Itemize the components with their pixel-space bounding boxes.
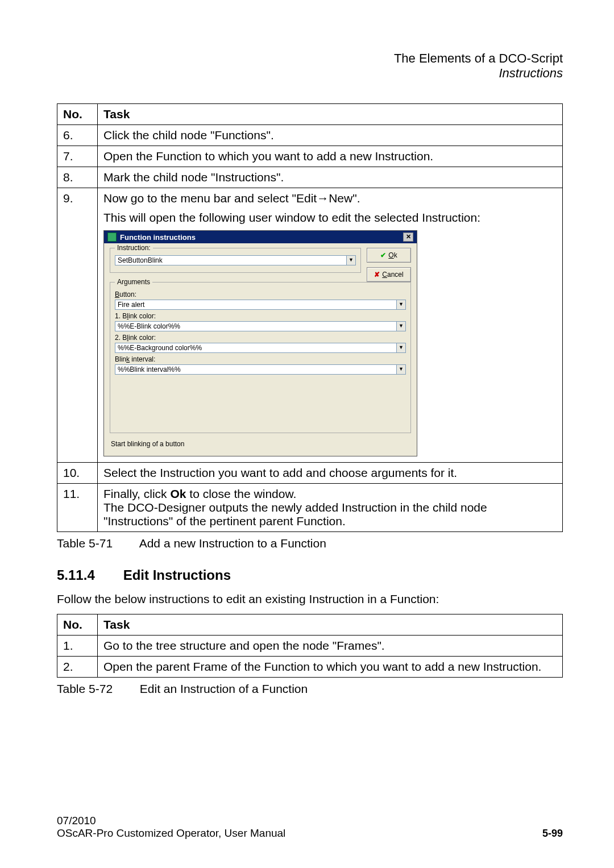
table-row: 7. Open the Function to which you want t…: [57, 146, 563, 167]
text: interval:: [130, 355, 155, 363]
dropdown-button[interactable]: ▼: [347, 255, 356, 265]
arrow-icon: →: [317, 192, 329, 205]
col-no-header: No.: [57, 614, 98, 636]
instruction-group-legend: Instruction:: [115, 244, 153, 252]
step9-line1: Now go to the menu bar and select "Edit→…: [103, 192, 557, 205]
table-row: 9. Now go to the menu bar and select "Ed…: [57, 188, 563, 463]
dialog-titlebar: Function instructions ✕: [104, 231, 417, 243]
row-no: 11.: [57, 484, 98, 532]
arguments-group: Arguments Button: ▼ 1. Blink color: ▼: [110, 282, 411, 433]
row-no: 7.: [57, 146, 98, 167]
row-task: Mark the child node "Instructions".: [98, 167, 563, 188]
row-no: 9.: [57, 188, 98, 463]
table-caption-1: Table 5-71 Add a new Instruction to a Fu…: [57, 537, 563, 550]
instruction-combo[interactable]: ▼: [115, 255, 356, 265]
text: New".: [329, 192, 360, 205]
row-no: 10.: [57, 463, 98, 484]
row-no: 8.: [57, 167, 98, 188]
text: Ok: [170, 487, 186, 500]
row-no: 1.: [57, 636, 98, 657]
table-caption-2: Table 5-72 Edit an Instruction of a Func…: [57, 682, 563, 696]
close-button[interactable]: ✕: [403, 232, 413, 242]
dialog-body: Instruction: ▼ ✔ Ok: [104, 243, 417, 456]
section-intro: Follow the below instructions to edit an…: [57, 592, 563, 606]
header-title: The Elements of a DCO-Script: [57, 51, 563, 66]
blink-color-2-combo[interactable]: ▼: [115, 343, 406, 353]
section-title: Edit Instructions: [123, 567, 231, 583]
blink-color-2-input[interactable]: [115, 343, 397, 353]
text: k: [394, 251, 397, 259]
row-task: Now go to the menu bar and select "Edit→…: [98, 188, 563, 463]
text: Finally, click: [103, 487, 170, 500]
table-row: 8. Mark the child node "Instructions".: [57, 167, 563, 188]
blink-color-1-combo[interactable]: ▼: [115, 321, 406, 331]
app-icon: [107, 232, 117, 242]
blink-interval-input[interactable]: [115, 364, 397, 375]
table-header-row: No. Task: [57, 614, 563, 636]
table-row: 6. Click the child node "Functions".: [57, 125, 563, 146]
text: Blin: [115, 355, 126, 363]
text: ancel: [387, 271, 404, 279]
row-task: Click the child node "Functions".: [98, 125, 563, 146]
text: nstruction:: [119, 244, 150, 252]
caption-text: Edit an Instruction of a Function: [140, 682, 308, 695]
button-label: Button:: [115, 290, 406, 298]
text: to close the window.: [186, 487, 296, 500]
table-row: 10. Select the Instruction you want to a…: [57, 463, 563, 484]
row-task: Finally, click Ok to close the window. T…: [98, 484, 563, 532]
text: B: [115, 290, 119, 298]
caption-text: Add a new Instruction to a Function: [139, 537, 326, 550]
table-header-row: No. Task: [57, 104, 563, 125]
step9-line2: This will open the following user window…: [103, 211, 557, 225]
text: utton:: [119, 290, 136, 298]
blink-interval-combo[interactable]: ▼: [115, 364, 406, 375]
blink-color-1-input[interactable]: [115, 321, 397, 331]
table-row: 2. Open the parent Frame of the Function…: [57, 657, 563, 678]
dropdown-button[interactable]: ▼: [397, 343, 406, 353]
dropdown-button[interactable]: ▼: [397, 321, 406, 331]
text: O: [388, 251, 393, 259]
task-table-1: No. Task 6. Click the child node "Functi…: [57, 103, 563, 532]
caption-number: Table 5-71: [57, 537, 136, 550]
instruction-input[interactable]: [115, 255, 347, 265]
text: Now go to the menu bar and select "Edit: [103, 192, 317, 205]
col-no-header: No.: [57, 104, 98, 125]
instruction-group: Instruction: ▼: [110, 248, 361, 273]
footer-page-number: 5-99: [542, 828, 563, 840]
col-task-header: Task: [98, 104, 563, 125]
text: C: [382, 271, 387, 279]
row-no: 6.: [57, 125, 98, 146]
blink-interval-label: Blink interval:: [115, 355, 406, 363]
dialog-title-text: Function instructions: [120, 233, 196, 242]
text: 1. B: [115, 312, 127, 320]
button-combo[interactable]: ▼: [115, 300, 406, 310]
footer-doc-title: OScAR-Pro Customized Operator, User Manu…: [57, 827, 285, 840]
check-icon: ✔: [380, 251, 386, 259]
task-table-2: No. Task 1. Go to the tree structure and…: [57, 614, 563, 678]
button-input[interactable]: [115, 300, 397, 310]
section-number: 5.11.4: [57, 567, 119, 583]
row-task: Go to the tree structure and open the no…: [98, 636, 563, 657]
text: 2. B: [115, 334, 127, 342]
blink-color-1-label: 1. Blink color:: [115, 312, 406, 320]
footer-date: 07/2010: [57, 815, 285, 827]
ok-button[interactable]: ✔ Ok: [367, 248, 411, 263]
x-icon: ✘: [374, 271, 380, 279]
table-row: 11. Finally, click Ok to close the windo…: [57, 484, 563, 532]
row-task: Select the Instruction you want to add a…: [98, 463, 563, 484]
dropdown-button[interactable]: ▼: [397, 364, 406, 375]
cancel-button[interactable]: ✘ Cancel: [367, 267, 411, 282]
table-row: 1. Go to the tree structure and open the…: [57, 636, 563, 657]
row-no: 2.: [57, 657, 98, 678]
blink-color-2-label: 2. Blink color:: [115, 334, 406, 342]
arguments-group-legend: Arguments: [115, 278, 152, 286]
col-task-header: Task: [98, 614, 563, 636]
row-task: Open the Function to which you want to a…: [98, 146, 563, 167]
text: ink color:: [128, 334, 156, 342]
dialog-status-text: Start blinking of a button: [110, 438, 411, 452]
text: ink color:: [128, 312, 156, 320]
dropdown-button[interactable]: ▼: [397, 300, 406, 310]
page-footer: 07/2010 OScAR-Pro Customized Operator, U…: [57, 815, 563, 840]
text: The DCO-Designer outputs the newly added…: [103, 501, 487, 528]
caption-number: Table 5-72: [57, 682, 136, 696]
